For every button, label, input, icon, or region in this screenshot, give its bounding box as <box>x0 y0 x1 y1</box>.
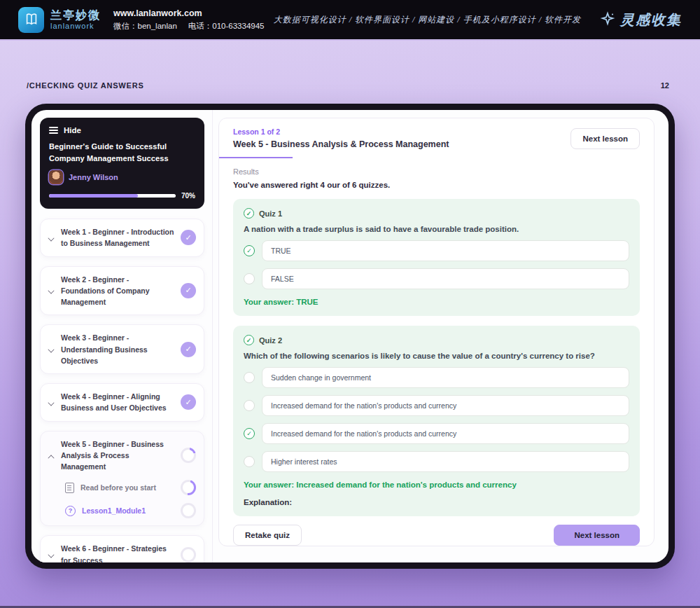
top-bar: 兰亭妙微 lanlanwork www.lanlanwork.com 微信：be… <box>0 0 700 41</box>
hide-sidebar-button[interactable]: Hide <box>49 126 195 134</box>
services-list: 大数据可视化设计 / 软件界面设计 / 网站建设 / 手机及小程序设计 / 软件… <box>274 14 581 26</box>
sidebar-subitem-lesson1-module1[interactable]: ? Lesson1_Module1 <box>48 503 196 518</box>
explanation-label: Explanation: <box>244 498 629 506</box>
progress-fill <box>49 194 138 198</box>
radio-checked-icon: ✓ <box>244 245 255 256</box>
quiz-question: Which of the following scenarios is like… <box>244 352 629 360</box>
brand-name-cn: 兰亭妙微 <box>50 9 101 22</box>
check-circle-icon: ✓ <box>244 208 254 219</box>
chevron-up-icon <box>48 452 55 459</box>
results-label: Results <box>233 167 640 176</box>
chevron-down-icon <box>48 399 55 406</box>
hide-label: Hide <box>64 126 81 134</box>
chevron-down-icon <box>48 551 55 558</box>
course-progress: 70% <box>49 192 195 200</box>
quiz-option[interactable]: Higher interest rates <box>244 451 629 472</box>
quiz-card-1: ✓ Quiz 1 A nation with a trade surplus i… <box>233 199 640 316</box>
brand-name-en: lanlanwork <box>50 22 101 30</box>
radio-unchecked-icon <box>244 400 255 411</box>
sidebar-item-week-2[interactable]: Week 2 - Beginner - Foundations of Compa… <box>40 266 204 316</box>
lesson-counter: Lesson 1 of 2 <box>233 127 449 136</box>
results-body: Results You've answered right 4 our of 6… <box>219 157 654 516</box>
progress-ring <box>181 480 196 495</box>
device-frame: Hide Beginner's Guide to Successful Comp… <box>25 104 675 569</box>
course-sidebar: Hide Beginner's Guide to Successful Comp… <box>31 110 213 562</box>
lesson-header: Lesson 1 of 2 Week 5 - Business Analysis… <box>219 118 654 157</box>
progress-percent: 70% <box>181 192 195 200</box>
results-summary: You've answered right 4 our of 6 quizzes… <box>233 181 640 189</box>
inspiration-logo: 灵感收集 <box>599 11 682 29</box>
quiz-title: Quiz 2 <box>259 336 282 345</box>
section-label: /CHECKING QUIZ ANSWERS <box>27 81 144 90</box>
quiz-option[interactable]: ✓ Increased demand for the nation's prod… <box>244 423 629 444</box>
hamburger-icon <box>49 127 58 134</box>
check-circle-icon: ✓ <box>244 335 254 345</box>
instructor-name: Jenny Wilson <box>69 173 118 181</box>
quiz-question: A nation with a trade surplus is said to… <box>244 225 629 233</box>
progress-track <box>49 194 176 198</box>
app-screen: Hide Beginner's Guide to Successful Comp… <box>31 110 668 562</box>
progress-ring <box>181 547 196 562</box>
instructor-row: Jenny Wilson <box>49 170 195 184</box>
radio-unchecked-icon <box>244 273 255 284</box>
course-title: Beginner's Guide to Successful Company M… <box>49 141 195 164</box>
wechat-id: 微信：ben_lanlan <box>113 20 177 32</box>
active-tab-indicator <box>219 157 293 158</box>
quiz-footer: Retake quiz Next lesson <box>219 516 654 555</box>
quiz-option[interactable]: ✓ TRUE <box>244 240 629 261</box>
document-icon <box>65 483 74 493</box>
completed-badge: ✓ <box>181 230 196 245</box>
progress-ring <box>181 503 196 518</box>
completed-badge: ✓ <box>181 283 196 298</box>
phone-number: 电话：010-63334945 <box>188 20 265 32</box>
chevron-down-icon <box>48 287 55 293</box>
retake-quiz-button[interactable]: Retake quiz <box>233 525 302 546</box>
main-content: Lesson 1 of 2 Week 5 - Business Analysis… <box>213 110 668 562</box>
page-number: 12 <box>661 81 669 90</box>
brand-text: 兰亭妙微 lanlanwork <box>50 9 101 30</box>
radio-checked-icon: ✓ <box>244 428 255 439</box>
quiz-option[interactable]: Increased demand for the nation's produc… <box>244 395 629 416</box>
completed-badge: ✓ <box>181 342 196 357</box>
lesson-title: Week 5 - Business Analysis & Process Man… <box>233 139 449 149</box>
chevron-down-icon <box>48 346 55 352</box>
completed-badge: ✓ <box>181 394 196 410</box>
progress-ring <box>181 448 196 463</box>
question-icon: ? <box>65 506 76 516</box>
week-list: Week 1 - Beginner - Introduction to Busi… <box>40 219 204 562</box>
sidebar-header: Hide Beginner's Guide to Successful Comp… <box>40 118 204 209</box>
website-url: www.lanlanwork.com <box>113 7 264 20</box>
quiz-option[interactable]: Sudden change in government <box>244 367 629 388</box>
contact-block: www.lanlanwork.com 微信：ben_lanlan 电话：010-… <box>113 7 264 32</box>
inspiration-label: 灵感收集 <box>620 11 682 29</box>
quiz-title: Quiz 1 <box>259 209 282 218</box>
sidebar-subitem-read-before[interactable]: Read before you start <box>48 480 196 495</box>
sidebar-item-week-6[interactable]: Week 6 - Beginner - Strategies for Succe… <box>40 535 204 562</box>
sidebar-item-week-4[interactable]: Week 4 - Beginner - Aligning Business an… <box>40 383 204 422</box>
star-icon <box>599 11 616 28</box>
quiz-option[interactable]: FALSE <box>244 268 629 289</box>
quiz-card-2: ✓ Quiz 2 Which of the following scenario… <box>233 326 640 516</box>
radio-unchecked-icon <box>244 372 255 383</box>
chevron-down-icon <box>48 235 55 241</box>
next-lesson-button-bottom[interactable]: Next lesson <box>554 525 640 546</box>
your-answer: Your answer: TRUE <box>244 298 629 306</box>
your-answer: Your answer: Increased demand for the na… <box>244 481 629 489</box>
week-5-header[interactable]: Week 5 - Beginner - Business Analysis & … <box>48 438 196 473</box>
lanlanwork-logo-icon <box>18 7 44 33</box>
sidebar-item-week-5: Week 5 - Beginner - Business Analysis & … <box>40 431 204 527</box>
lesson-panel: Lesson 1 of 2 Week 5 - Business Analysis… <box>218 118 654 546</box>
radio-unchecked-icon <box>244 456 255 467</box>
sidebar-item-week-3[interactable]: Week 3 - Beginner - Understanding Busine… <box>40 324 204 374</box>
avatar <box>49 170 63 184</box>
next-lesson-button-top[interactable]: Next lesson <box>570 128 640 149</box>
sidebar-item-week-1[interactable]: Week 1 - Beginner - Introduction to Busi… <box>40 219 204 257</box>
